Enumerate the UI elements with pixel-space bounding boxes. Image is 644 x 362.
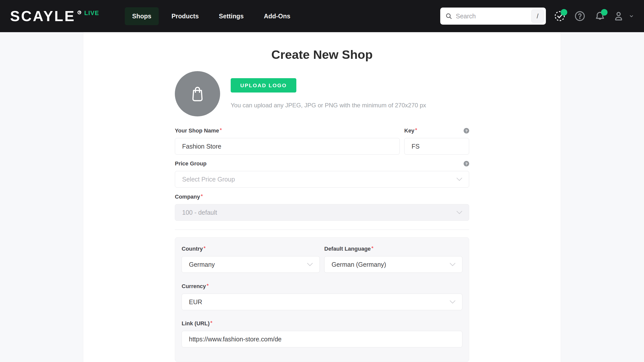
company-label: Company* (175, 194, 203, 200)
shop-key-input[interactable] (404, 138, 469, 155)
status-badge (561, 9, 567, 16)
shop-name-label: Your Shop Name* (175, 127, 222, 134)
shop-key-field: Key* ? (404, 127, 469, 155)
upload-helper-text: You can upload any JPEG, JPG or PNG with… (231, 102, 426, 109)
required-marker: * (204, 246, 206, 251)
environment-badge: LIVE (84, 10, 99, 17)
required-marker: * (201, 194, 203, 199)
shop-logo-avatar (175, 71, 220, 116)
shop-name-field: Your Shop Name* (175, 127, 400, 155)
company-field: Company* 100 - default (175, 194, 469, 221)
upload-logo-button[interactable]: UPLOAD LOGO (231, 78, 296, 93)
default-language-label: Default Language* (324, 246, 373, 252)
page-title: Create New Shop (175, 47, 469, 62)
global-search[interactable]: / (440, 8, 546, 25)
nav-item-addons[interactable]: Add-Ons (257, 7, 298, 25)
chevron-down-icon (456, 210, 463, 215)
country-select[interactable]: Germany (182, 256, 320, 273)
search-input[interactable] (456, 13, 531, 20)
user-icon (613, 10, 624, 22)
chevron-down-icon (628, 13, 634, 19)
navbar-right-cluster: / (440, 8, 634, 25)
link-url-label: Link (URL)* (182, 320, 212, 327)
country-field: Country* Germany (182, 246, 320, 273)
required-marker: * (372, 246, 374, 251)
notifications-button[interactable] (594, 10, 606, 22)
key-help-icon[interactable]: ? (464, 128, 469, 133)
logo-wordmark: SCAYLE (10, 8, 75, 24)
scayle-logo[interactable]: SCAYLE LIVE (10, 8, 99, 24)
required-marker: * (207, 283, 209, 288)
help-icon (574, 10, 586, 22)
shop-name-input[interactable] (175, 138, 400, 155)
currency-select[interactable]: EUR (182, 294, 462, 310)
chevron-down-icon (306, 262, 313, 267)
logo-degree-icon (77, 11, 81, 14)
chevron-down-icon (449, 300, 456, 304)
chevron-down-icon (456, 177, 463, 182)
required-marker: * (220, 127, 222, 132)
main-nav: Shops Products Settings Add-Ons (125, 7, 298, 25)
country-label: Country* (182, 246, 206, 252)
nav-item-shops[interactable]: Shops (125, 7, 158, 25)
required-marker: * (415, 127, 417, 132)
shopping-bag-icon (188, 84, 207, 104)
shop-key-label: Key* (404, 127, 417, 134)
logo-upload-section: UPLOAD LOGO You can upload any JPEG, JPG… (175, 71, 469, 116)
top-navbar: SCAYLE LIVE Shops Products Settings Add-… (0, 0, 644, 32)
currency-field: Currency* EUR (182, 283, 462, 310)
help-button[interactable] (574, 10, 586, 22)
main-content: Create New Shop UPLOAD LOGO You can uplo… (83, 32, 561, 362)
search-shortcut-key: / (531, 10, 544, 23)
default-language-select[interactable]: German (Germany) (324, 256, 462, 273)
nav-item-settings[interactable]: Settings (212, 7, 251, 25)
price-group-label: Price Group (175, 160, 207, 167)
currency-label: Currency* (182, 283, 209, 290)
shop-country-card: Country* Germany Default Language* (175, 237, 469, 362)
notifications-badge (601, 9, 608, 16)
price-group-select[interactable]: Select Price Group (175, 171, 469, 188)
create-shop-form: Create New Shop UPLOAD LOGO You can uplo… (175, 32, 469, 362)
link-url-field: Link (URL)* (182, 320, 462, 347)
default-language-field: Default Language* German (Germany) (324, 246, 462, 273)
chevron-down-icon (449, 262, 456, 267)
search-icon (445, 13, 452, 20)
nav-item-products[interactable]: Products (164, 7, 206, 25)
price-group-help-icon[interactable]: ? (464, 161, 469, 166)
section-divider (175, 230, 469, 230)
required-marker: * (210, 320, 212, 325)
status-tasks-button[interactable] (553, 10, 566, 22)
company-select[interactable]: 100 - default (175, 204, 469, 221)
link-url-input[interactable] (182, 331, 462, 347)
user-menu-button[interactable] (613, 10, 634, 22)
price-group-field: Price Group ? Select Price Group (175, 160, 469, 188)
upload-info: UPLOAD LOGO You can upload any JPEG, JPG… (231, 71, 426, 116)
